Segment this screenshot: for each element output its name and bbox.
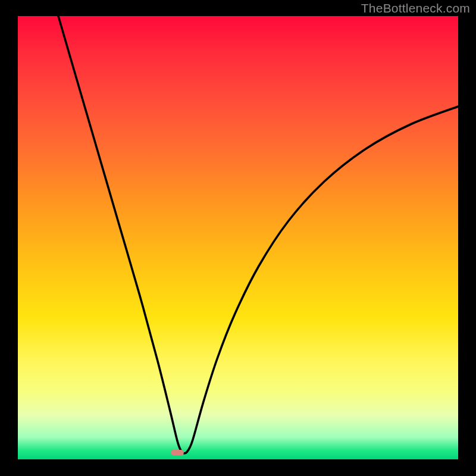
bottleneck-curve: [18, 16, 458, 459]
watermark-label: TheBottleneck.com: [361, 1, 470, 15]
optimal-point-marker: [171, 450, 184, 455]
chart-frame: [18, 16, 458, 459]
